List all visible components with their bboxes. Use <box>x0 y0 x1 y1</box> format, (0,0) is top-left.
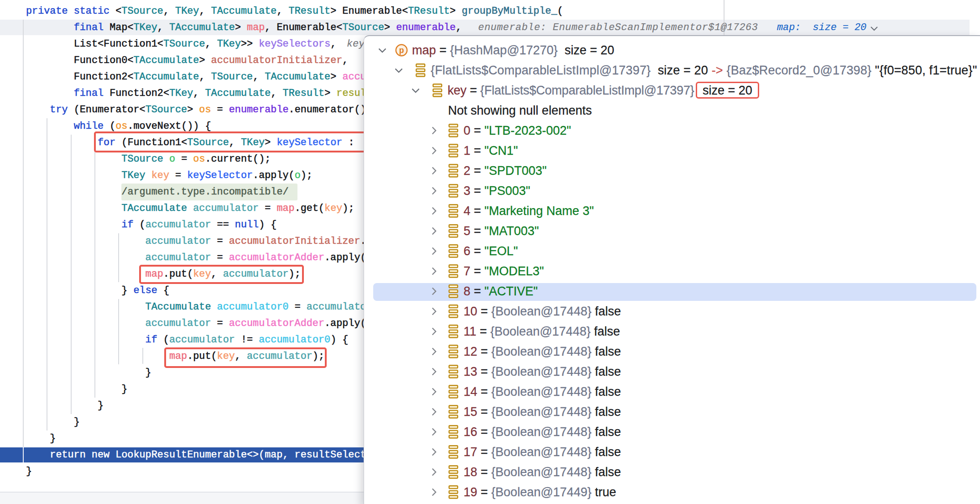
svg-text:p: p <box>399 46 404 55</box>
